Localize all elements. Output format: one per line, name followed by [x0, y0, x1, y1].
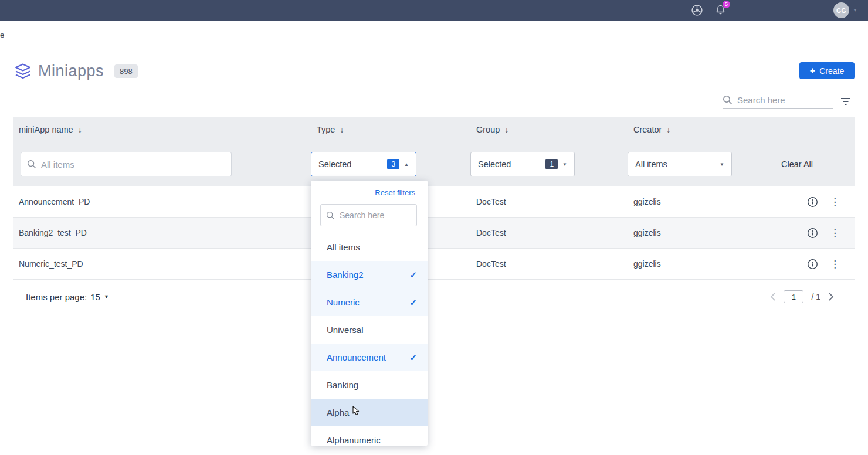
- option-label: Banking: [327, 380, 358, 390]
- type-filter-cell: Selected 3 ▲: [311, 152, 470, 176]
- filter-lines-glyph: [839, 95, 852, 108]
- page-title: Miniapps: [38, 62, 104, 80]
- previous-page-icon[interactable]: [770, 292, 776, 301]
- global-search-input[interactable]: [737, 95, 825, 105]
- sort-desc-icon[interactable]: ↓: [78, 125, 82, 134]
- group-selected-count-badge: 1: [545, 159, 558, 169]
- cell-actions: ⋮: [739, 196, 855, 208]
- type-filter-label: Selected: [318, 159, 351, 169]
- column-label: Creator: [633, 125, 662, 134]
- info-icon[interactable]: [807, 228, 818, 239]
- column-label: Group: [476, 125, 500, 134]
- search-icon: [723, 95, 733, 105]
- reset-filters-link[interactable]: Reset filters: [311, 181, 428, 199]
- top-navbar: 5 GG ▼: [0, 0, 868, 21]
- search-icon: [326, 211, 335, 220]
- info-icon[interactable]: [807, 196, 818, 208]
- screen: 5 GG ▼ e Miniapps 898 + Create: [0, 0, 868, 455]
- next-page-icon[interactable]: [828, 292, 834, 301]
- dropdown-search-input[interactable]: [340, 210, 410, 220]
- option-label: Alphanumeric: [327, 435, 381, 445]
- sort-desc-icon[interactable]: ↓: [504, 125, 508, 134]
- cell-creator: ggizelis: [628, 259, 739, 269]
- kebab-menu-icon[interactable]: ⋮: [830, 228, 840, 238]
- clear-all-button[interactable]: Clear All: [739, 159, 855, 169]
- create-button-label: Create: [819, 66, 844, 76]
- cell-miniapp-name: Announcement_PD: [13, 197, 311, 206]
- dropdown-option-universal[interactable]: Universal: [311, 316, 428, 344]
- miniapps-table: miniApp name ↓ Type ↓ Group ↓ Creator ↓: [13, 117, 855, 305]
- avatar: GG: [833, 2, 849, 18]
- cell-actions: ⋮: [739, 228, 855, 239]
- table-header-row: miniApp name ↓ Type ↓ Group ↓ Creator ↓: [13, 117, 855, 142]
- group-filter-select[interactable]: Selected 1 ▼: [470, 152, 575, 176]
- total-count-badge: 898: [114, 64, 138, 78]
- check-icon: ✓: [409, 297, 417, 308]
- notifications-bell-icon[interactable]: 5: [713, 3, 727, 17]
- table-row[interactable]: Announcement_PD DocTest ggizelis ⋮: [13, 186, 855, 218]
- cell-group: DocTest: [470, 259, 628, 269]
- cell-miniapp-name: Numeric_test_PD: [13, 259, 311, 269]
- option-label: Alpha: [327, 408, 349, 417]
- type-selected-count-badge: 3: [387, 159, 399, 169]
- table-row[interactable]: Numeric_test_PD DocTest ggizelis ⋮: [13, 249, 855, 280]
- filter-icon[interactable]: [839, 95, 852, 108]
- dropdown-option-alpha[interactable]: Alpha: [311, 399, 428, 426]
- chevron-down-icon: ▼: [720, 162, 724, 167]
- page-total-label: / 1: [811, 292, 820, 301]
- dropdown-option-banking[interactable]: Banking: [311, 371, 428, 399]
- creator-filter-label: All items: [635, 159, 667, 169]
- search-row: [0, 91, 868, 111]
- column-header-group[interactable]: Group ↓: [470, 125, 628, 134]
- option-label: Numeric: [327, 297, 360, 307]
- settings-icon[interactable]: [690, 3, 704, 17]
- pagination-row: Items per page: 15 ▼ / 1: [26, 288, 842, 305]
- dropdown-option-numeric[interactable]: Numeric ✓: [311, 288, 428, 316]
- sort-desc-icon[interactable]: ↓: [340, 125, 344, 134]
- column-header-miniapp-name[interactable]: miniApp name ↓: [13, 125, 311, 134]
- cell-miniapp-name: Banking2_test_PD: [13, 228, 311, 237]
- chevron-down-icon: ▼: [853, 8, 857, 13]
- info-icon[interactable]: [807, 259, 818, 270]
- miniapps-stack-icon: [13, 62, 32, 80]
- creator-filter-select[interactable]: All items ▼: [628, 152, 732, 176]
- cell-actions: ⋮: [739, 259, 855, 270]
- sub-bar: e: [0, 21, 868, 47]
- settings-icon-glyph: [691, 4, 703, 16]
- kebab-menu-icon[interactable]: ⋮: [830, 259, 840, 269]
- creator-filter-cell: All items ▼: [628, 152, 739, 176]
- plus-icon: +: [810, 66, 815, 76]
- option-label: Announcement: [327, 352, 386, 362]
- items-per-page-select[interactable]: Items per page: 15 ▼: [26, 292, 109, 302]
- pager: / 1: [770, 290, 842, 303]
- dropdown-option-partial[interactable]: Alphanumeric: [311, 426, 428, 446]
- global-search: [723, 91, 833, 109]
- column-label: Type: [317, 125, 335, 134]
- type-filter-dropdown-panel: Reset filters All items Banking2 ✓ Numer…: [311, 181, 428, 446]
- items-per-page-value: 15: [90, 292, 100, 302]
- page-number-input[interactable]: [784, 290, 803, 303]
- dropdown-search: [320, 204, 417, 226]
- column-label: miniApp name: [19, 125, 73, 134]
- clipped-edge-text: e: [0, 30, 4, 39]
- dropdown-option-banking2[interactable]: Banking2 ✓: [311, 261, 428, 288]
- user-menu[interactable]: GG ▼: [833, 2, 857, 18]
- column-header-creator[interactable]: Creator ↓: [628, 125, 739, 134]
- column-header-type[interactable]: Type ↓: [311, 125, 470, 134]
- name-filter-input[interactable]: [41, 159, 225, 169]
- kebab-menu-icon[interactable]: ⋮: [830, 197, 840, 207]
- cursor-icon: [351, 406, 360, 418]
- group-filter-cell: Selected 1 ▼: [470, 152, 628, 176]
- option-label: Universal: [327, 325, 364, 335]
- check-icon: ✓: [409, 270, 417, 280]
- dropdown-option-all-items[interactable]: All items: [311, 233, 428, 261]
- dropdown-options-list: All items Banking2 ✓ Numeric ✓ Universal…: [311, 233, 428, 446]
- type-filter-select[interactable]: Selected 3 ▲: [311, 152, 416, 176]
- chevron-up-icon: ▲: [404, 162, 409, 167]
- create-button[interactable]: + Create: [799, 62, 855, 79]
- name-filter: [21, 152, 232, 176]
- table-row[interactable]: Banking2_test_PD DocTest ggizelis ⋮: [13, 218, 855, 249]
- group-filter-label: Selected: [478, 159, 511, 169]
- dropdown-option-announcement[interactable]: Announcement ✓: [311, 344, 428, 371]
- sort-desc-icon[interactable]: ↓: [666, 125, 670, 134]
